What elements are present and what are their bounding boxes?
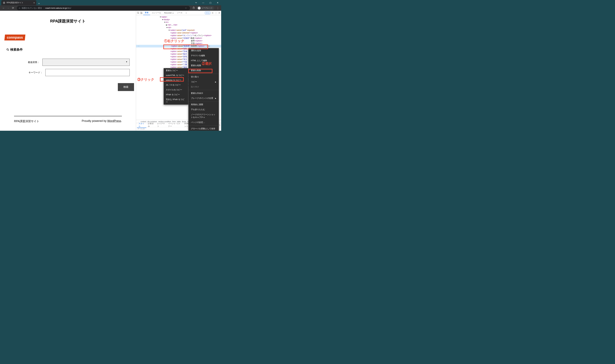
url-host: coach-tomi.sakura.ne.jp	[45, 7, 67, 9]
content-row: RPA課題演習サイト connpass 検索条件 都道府県： キーワード：	[0, 11, 221, 131]
devtools-panel: 要素 コンソール Recorder▲ ソース » 🗨 1 ⋮ ✕ ▼<table…	[136, 11, 221, 131]
tab-console[interactable]: コンソール	[150, 11, 163, 15]
incognito-icon: 👓	[198, 7, 201, 10]
annotation-3: ③クリック	[137, 77, 154, 82]
context-submenu-item[interactable]: 完全な XPath をコピー	[164, 97, 188, 104]
extensions-icon[interactable]	[193, 7, 195, 10]
footer-divider	[14, 116, 122, 116]
context-submenu-item[interactable]: XPath をコピー	[164, 92, 188, 97]
devtools-kebab-icon[interactable]: ⋮	[215, 12, 217, 14]
tab-title: RPA課題演習サイト	[7, 1, 23, 4]
svg-rect-2	[194, 7, 194, 7]
not-secure-label: 保護されていない通信	[22, 7, 42, 10]
keyword-input[interactable]	[45, 69, 130, 76]
annotation-2: ②選択	[202, 62, 212, 66]
svg-rect-8	[219, 125, 220, 126]
issue-badge[interactable]: 🗨 1	[205, 12, 210, 14]
context-menu-item[interactable]: 子を折りたたむ	[188, 107, 219, 112]
maximize-button[interactable]: ▢	[207, 0, 214, 5]
context-menu-item[interactable]: 貼り付け	[188, 84, 219, 89]
context-menu-item[interactable]: テキストを編集	[188, 53, 219, 58]
svg-rect-5	[140, 12, 141, 13]
keyword-label: キーワード：	[6, 71, 45, 74]
address-bar[interactable]: ⚠ 保護されていない通信 | coach-tomi.sakura.ne.jp/d…	[17, 6, 190, 10]
context-submenu-item[interactable]: JS パスをコピー	[164, 83, 188, 88]
svg-point-7	[212, 13, 213, 13]
svg-rect-1	[193, 7, 194, 9]
page-title: RPA課題演習サイト	[6, 19, 130, 24]
context-menu-item[interactable]: ブレークポイントの位置▶	[188, 96, 219, 101]
wordpress-link[interactable]: WordPress	[107, 119, 121, 122]
browser-menu-button[interactable]: ⋮	[215, 7, 220, 10]
annotation-1: ①右クリック	[164, 39, 184, 43]
context-submenu-item[interactable]: スタイルをコピー	[164, 88, 188, 92]
footer-site-name: RPA課題演習サイト	[14, 119, 39, 123]
back-button[interactable]: ←	[1, 6, 6, 11]
form-row-keyword: キーワード：	[6, 69, 130, 76]
context-menu-item[interactable]: コピー▶	[188, 79, 219, 84]
connpass-logo: connpass	[4, 35, 25, 40]
inspect-icon[interactable]	[137, 12, 140, 14]
url-path: /dev/	[67, 7, 71, 9]
forward-button[interactable]: →	[6, 6, 11, 11]
svg-point-3	[7, 49, 8, 50]
context-submenu-item[interactable]: outerHTML をコピー	[164, 73, 188, 78]
caret-down-icon[interactable]	[193, 0, 200, 5]
devtools-header: 要素 コンソール Recorder▲ ソース » 🗨 1 ⋮ ✕	[136, 11, 221, 15]
context-submenu-copy: 要素をコピーouterHTML をコピーselector をコピーJS パスをコ…	[164, 68, 188, 104]
page-footer: RPA課題演習サイト Proudly powered by WordPress.	[6, 119, 130, 123]
svg-rect-6	[141, 13, 142, 14]
window-controls: — ▢ ✕	[193, 0, 221, 5]
search-icon	[6, 48, 9, 51]
search-button[interactable]: 検索	[118, 83, 134, 91]
incognito-badge[interactable]: 👓 シークレット	[196, 6, 214, 10]
context-menu-item[interactable]: 属性を追加	[188, 48, 219, 53]
tab-more[interactable]: »	[184, 11, 188, 15]
minimize-button[interactable]: —	[200, 0, 207, 5]
context-menu-item[interactable]: 再帰的に展開	[188, 102, 219, 107]
window-close-button[interactable]: ✕	[214, 0, 221, 5]
page-viewport: RPA課題演習サイト connpass 検索条件 都道府県： キーワード：	[0, 11, 136, 131]
bookmark-icon[interactable]: ☆	[185, 7, 187, 9]
gear-icon[interactable]	[211, 12, 214, 14]
reload-button[interactable]: ⟳	[11, 6, 15, 11]
devtools-close-icon[interactable]: ✕	[218, 12, 220, 14]
context-submenu-item[interactable]: 要素をコピー	[164, 68, 188, 73]
warning-icon: ⚠	[19, 7, 20, 9]
tab-elements[interactable]: 要素	[143, 11, 150, 15]
context-submenu-item[interactable]: selector をコピー	[164, 78, 188, 83]
pref-select[interactable]	[42, 59, 130, 66]
browser-toolbar: ← → ⟳ ⚠ 保護されていない通信 | coach-tomi.sakura.n…	[0, 5, 221, 11]
tab-recorder[interactable]: Recorder▲	[163, 11, 175, 15]
form-row-pref: 都道府県：	[6, 59, 130, 66]
device-icon[interactable]	[140, 12, 143, 14]
search-heading: 検索条件	[6, 48, 130, 52]
context-menu-item[interactable]: 要素を非表示	[188, 91, 219, 96]
globe-icon	[3, 1, 5, 4]
close-icon[interactable]: ×	[33, 1, 35, 4]
context-menu: 属性を追加テキストを編集HTML として編集要素を複製要素を削除切り取りコピー▶…	[188, 48, 219, 131]
browser-tab[interactable]: RPA課題演習サイト ×	[1, 0, 36, 5]
context-menu-item[interactable]: 要素を削除	[188, 68, 219, 73]
context-menu-item[interactable]: バッジの設定…	[188, 120, 219, 125]
context-menu-item[interactable]: グローバル変数として保存	[188, 126, 219, 131]
tab-sources[interactable]: ソース	[175, 11, 184, 15]
pref-label: 都道府県：	[6, 61, 42, 64]
footer-powered: Proudly powered by WordPress.	[82, 119, 122, 123]
context-menu-item[interactable]: 切り取り	[188, 74, 219, 79]
browser-titlebar: RPA課題演習サイト × + — ▢ ✕	[0, 0, 221, 5]
new-tab-button[interactable]: +	[36, 2, 42, 5]
context-menu-item[interactable]: ノードのスクリーンショットをキャプチャ	[188, 112, 219, 120]
